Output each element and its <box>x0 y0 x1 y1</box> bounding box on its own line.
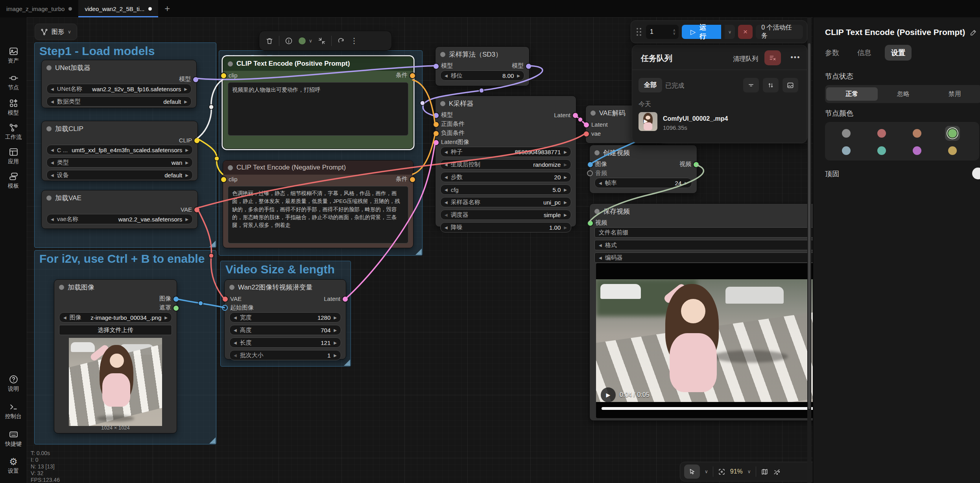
output-port-clip[interactable] <box>194 137 200 144</box>
output-port-latent[interactable] <box>342 296 349 302</box>
color-swatch[interactable] <box>877 129 886 138</box>
output-port-image[interactable] <box>173 296 179 302</box>
widget-format[interactable]: ◀ 格式 <box>594 240 821 250</box>
video-preview[interactable]: ▶ 0:04 / 0:05 <box>596 263 819 418</box>
collapse-dot[interactable] <box>46 195 52 201</box>
tab-video-wan2-2-5b[interactable]: video_wan2_2_5B_ti... <box>78 0 158 17</box>
input-port-video[interactable] <box>587 220 594 227</box>
node-clip-text-encode-negative[interactable]: CLIP Text Encode (Negative Prompt) clip条… <box>223 160 413 248</box>
widget-cfg[interactable]: ◀ cfg5.0▶ <box>440 184 571 195</box>
collapse-dot[interactable] <box>59 285 64 290</box>
input-port-positive[interactable] <box>433 121 439 128</box>
status-normal[interactable]: 正常 <box>826 87 878 101</box>
color-swatch[interactable] <box>877 146 886 155</box>
output-port-conditioning[interactable] <box>409 72 416 79</box>
prompt-textarea[interactable]: 色调艳丽，过曝，静态，细节模糊不清，字幕，风格，作品，画作，画面，静止，整体发灰… <box>228 186 408 243</box>
sidebar-item-workflows[interactable]: 工作流 <box>0 123 27 141</box>
node-load-image[interactable]: 加载图像 图像 遮罩 ◀ 图像z-image-turbo_00034_.png▶… <box>54 279 177 433</box>
collapse-dot[interactable] <box>228 165 233 170</box>
collapse-dot[interactable] <box>440 52 445 57</box>
tab-settings[interactable]: 设置 <box>885 45 912 61</box>
node-wan22-i2v-latent[interactable]: Wan22图像转视频潜变量 VAELatent 起始图像 ◀ 宽度1280▶ ◀… <box>224 279 346 359</box>
collapse-dot[interactable] <box>440 101 445 106</box>
widget-height[interactable]: ◀ 高度704▶ <box>229 325 341 335</box>
batch-count-stepper[interactable]: 1 ∧∨ <box>646 25 679 39</box>
panel-scrollbar[interactable] <box>807 17 811 483</box>
new-workflow-button[interactable]: + <box>158 0 176 17</box>
clear-queue-button[interactable] <box>764 50 781 65</box>
node-load-vae[interactable]: 加载VAE VAE ◀ vae名称wan2.2_vae.safetensors▶ <box>41 190 198 229</box>
collapse-dot[interactable] <box>228 61 233 66</box>
color-swatch[interactable] <box>948 146 957 155</box>
rerun-node-icon[interactable] <box>337 37 345 45</box>
widget-seed[interactable]: ◀ 种子85869049838771▶ <box>440 147 571 157</box>
input-port-vae[interactable] <box>222 296 229 302</box>
node-create-video[interactable]: 创建视频 图像视频 音频 ◀ 帧率24▶ <box>589 145 697 194</box>
toggle-links-button[interactable] <box>773 468 781 476</box>
color-swatch-selected[interactable] <box>948 129 957 138</box>
widget-shift[interactable]: ◀ 移位8.00▶ <box>440 70 524 81</box>
node-model-sampling-sd3[interactable]: 采样算法（SD3） 模型模型 ◀ 移位8.00▶ <box>435 46 530 86</box>
sidebar-item-help[interactable]: 说明 <box>0 374 27 393</box>
input-port-audio[interactable] <box>587 170 593 176</box>
widget-weight-dtype[interactable]: ◀ 数据类型default▶ <box>46 96 192 107</box>
sidebar-item-templates[interactable]: 模板 <box>0 171 27 190</box>
fit-view-button[interactable] <box>718 468 725 476</box>
minimap-button[interactable] <box>761 468 768 476</box>
input-port-latent-image[interactable] <box>433 139 439 146</box>
group-title[interactable]: Video Size & length <box>221 261 351 278</box>
collapse-dot[interactable] <box>46 65 52 70</box>
widget-batch-size[interactable]: ◀ 批次大小1▶ <box>229 350 341 360</box>
image-preview[interactable] <box>69 338 162 426</box>
tab-info[interactable]: 信息 <box>857 48 871 57</box>
output-port-latent[interactable] <box>572 112 579 119</box>
stepper-arrows[interactable]: ∧∨ <box>673 29 675 35</box>
sidebar-item-apps[interactable]: 应用 <box>0 147 27 165</box>
sidebar-item-shortcuts[interactable]: 快捷键 <box>0 430 27 448</box>
input-port-vae[interactable] <box>583 131 590 137</box>
node-ksampler[interactable]: K采样器 模型Latent 正面条件 负面条件 Latent图像 ◀ 种子858… <box>435 96 576 227</box>
widget-filename-prefix[interactable]: 文件名前缀 <box>594 227 821 238</box>
pin-toggle[interactable] <box>972 168 980 179</box>
widget-length[interactable]: ◀ 长度121▶ <box>229 337 341 348</box>
input-port-clip[interactable] <box>220 72 227 79</box>
edit-title-icon[interactable] <box>970 29 977 36</box>
clear-queue-label[interactable]: 清理队列 <box>733 55 758 63</box>
group-title[interactable]: Step1 - Load models <box>35 43 216 59</box>
widget-scheduler[interactable]: ◀ 调度器simple▶ <box>440 210 571 220</box>
collapse-dot[interactable] <box>46 126 52 131</box>
input-port-clip[interactable] <box>220 176 227 183</box>
widget-denoise[interactable]: ◀ 降噪1.00▶ <box>440 222 571 232</box>
collapse-dot[interactable] <box>229 285 234 290</box>
node-clip-text-encode-positive[interactable]: CLIP Text Encode (Positive Prompt) clip条… <box>223 56 413 149</box>
widget-codec[interactable]: ◀ 编码器 <box>594 253 821 263</box>
scrollbar-thumb[interactable] <box>808 43 810 409</box>
widget-unet-name[interactable]: ◀ UNet名称wan2.2_ti2v_5B_fp16.safetensors▶ <box>46 84 192 94</box>
input-port-negative[interactable] <box>433 130 439 137</box>
status-bypass[interactable]: 忽略 <box>878 87 929 101</box>
sidebar-item-assets[interactable]: 资产 <box>0 46 27 65</box>
color-swatch[interactable] <box>842 129 851 138</box>
run-button[interactable]: ▷ 运行 <box>682 25 721 39</box>
widget-clip-name[interactable]: ◀ C ...umt5_xxl_fp8_e4m3fn_scaled.safete… <box>46 145 193 155</box>
status-disabled[interactable]: 禁用 <box>929 87 980 101</box>
output-port-model[interactable] <box>525 63 532 70</box>
sidebar-item-models[interactable]: 模型 <box>0 98 27 116</box>
output-port-video[interactable] <box>693 161 699 168</box>
sidebar-item-console[interactable]: 控制台 <box>0 402 27 420</box>
widget-fps[interactable]: ◀ 帧率24▶ <box>594 178 692 188</box>
node-load-clip[interactable]: 加载CLIP CLIP ◀ C ...umt5_xxl_fp8_e4m3fn_s… <box>41 121 198 181</box>
sidebar-item-settings[interactable]: ⚙ 设置 <box>0 457 27 475</box>
node-info-icon[interactable] <box>285 37 293 45</box>
collapse-dot[interactable] <box>591 111 596 116</box>
play-button[interactable]: ▶ <box>601 387 616 402</box>
input-port-start-image[interactable] <box>222 305 228 311</box>
widget-clip-type[interactable]: ◀ 类型wan▶ <box>46 157 193 168</box>
queue-filter-button[interactable] <box>743 78 759 92</box>
delete-node-icon[interactable] <box>266 37 273 45</box>
prompt-textarea[interactable]: 视频里的人物做出可爱动作，打招呼 <box>228 82 408 136</box>
queue-item-name[interactable]: ComfyUI_00002_.mp4 <box>663 115 728 122</box>
widget-width[interactable]: ◀ 宽度1280▶ <box>229 312 341 323</box>
tab-image-z-image-turbo[interactable]: image_z_image_turbo <box>0 0 78 17</box>
color-swatch[interactable] <box>842 146 851 155</box>
